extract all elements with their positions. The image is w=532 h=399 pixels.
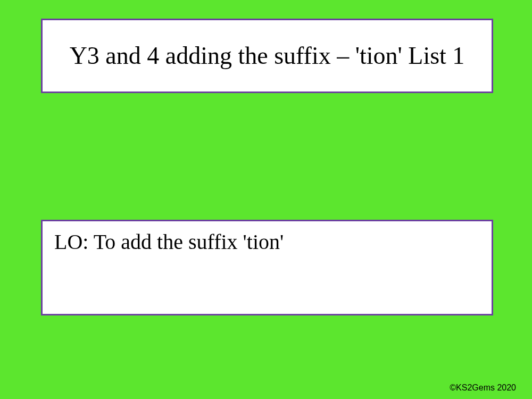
learning-objective-box: LO: To add the suffix 'tion' <box>41 220 493 315</box>
title-text: Y3 and 4 adding the suffix – 'tion' List… <box>70 40 465 71</box>
title-box: Y3 and 4 adding the suffix – 'tion' List… <box>41 19 493 93</box>
learning-objective-text: LO: To add the suffix 'tion' <box>54 229 480 254</box>
copyright-text: ©KS2Gems 2020 <box>450 383 516 393</box>
